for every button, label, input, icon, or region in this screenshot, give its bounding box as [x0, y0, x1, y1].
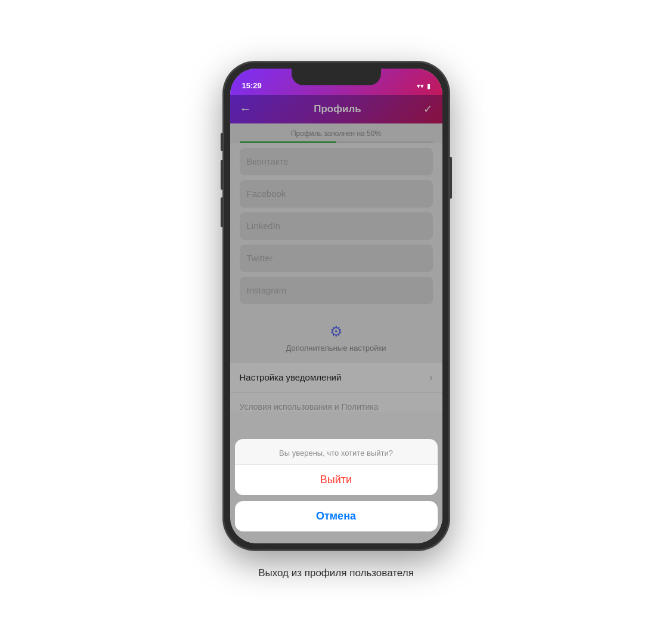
side-button-mute — [221, 133, 223, 151]
status-icons: ▾▾ ▮ — [417, 82, 431, 91]
action-sheet: Вы уверены, что хотите выйти? Выйти Отме… — [230, 439, 442, 543]
dialog-cancel-button[interactable]: Отмена — [235, 501, 438, 531]
page-caption: Выход из профиля пользователя — [258, 567, 414, 579]
dialog-overlay: Вы уверены, что хотите выйти? Выйти Отме… — [230, 69, 442, 543]
logout-label: Выйти — [320, 474, 352, 486]
cancel-label: Отмена — [316, 510, 356, 522]
phone-wrapper: 15:29 ▾▾ ▮ ← Профиль ✓ Профиль заполнен … — [223, 61, 450, 579]
battery-icon: ▮ — [427, 82, 431, 90]
side-button-volume-up — [221, 160, 223, 190]
wifi-icon: ▾▾ — [417, 82, 424, 90]
notch — [292, 69, 381, 85]
side-button-power — [450, 157, 452, 199]
status-time: 15:29 — [242, 81, 262, 91]
phone-frame: 15:29 ▾▾ ▮ ← Профиль ✓ Профиль заполнен … — [223, 61, 450, 551]
side-button-volume-down — [221, 197, 223, 227]
dialog-message-area: Вы уверены, что хотите выйти? — [235, 439, 438, 465]
logout-confirm-button[interactable]: Выйти — [235, 465, 438, 495]
dialog-card: Вы уверены, что хотите выйти? Выйти — [235, 439, 438, 495]
phone-screen: 15:29 ▾▾ ▮ ← Профиль ✓ Профиль заполнен … — [230, 69, 442, 543]
dialog-message-text: Вы уверены, что хотите выйти? — [279, 449, 393, 457]
